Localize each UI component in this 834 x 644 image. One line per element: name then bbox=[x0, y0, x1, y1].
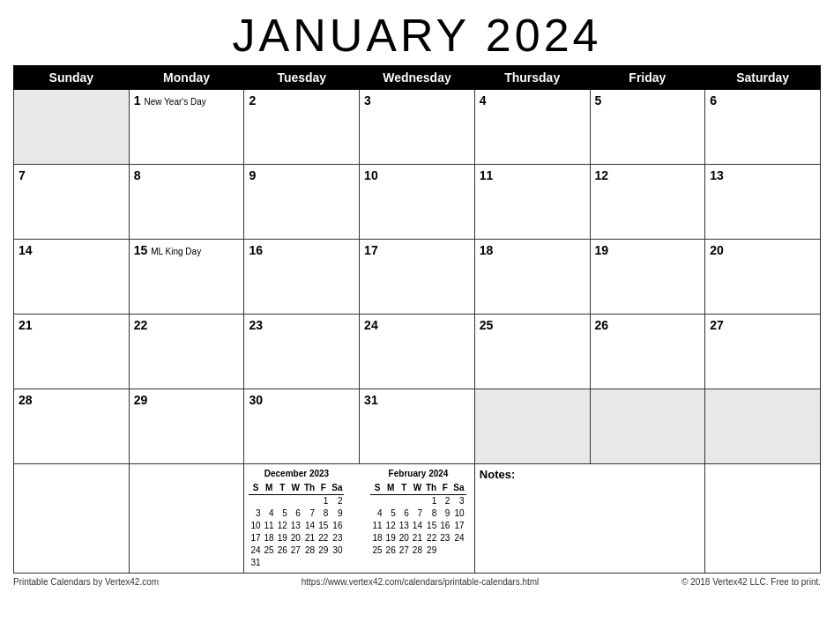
calendar-day-cell: 17 bbox=[360, 240, 475, 315]
bottom-empty-cell bbox=[129, 464, 244, 574]
bottom-sat-cell bbox=[705, 464, 821, 574]
mini-cal-day: 23 bbox=[330, 532, 344, 544]
calendar-day-cell: 9 bbox=[244, 165, 360, 240]
mini-cal-day bbox=[438, 544, 451, 557]
day-number: 17 bbox=[364, 243, 378, 257]
weekday-header: Friday bbox=[590, 66, 705, 90]
mini-cal-day: 18 bbox=[263, 532, 276, 544]
weekday-header: Sunday bbox=[14, 66, 130, 90]
mini-cal-day: 6 bbox=[398, 507, 411, 520]
calendar-day-cell: 12 bbox=[590, 165, 705, 240]
mini-cal-day: 1 bbox=[316, 495, 330, 508]
calendar-week-row: 1415ML King Day1617181920 bbox=[14, 240, 821, 315]
calendar-day-cell: 5 bbox=[590, 90, 705, 165]
mini-cal-day: 24 bbox=[451, 532, 465, 544]
mini-cal-header: T bbox=[276, 482, 289, 495]
day-number: 10 bbox=[364, 168, 378, 182]
mini-cal-day: 13 bbox=[289, 520, 302, 532]
mini-calendars-cell: December 2023SMTWThFSa123456789101112131… bbox=[244, 464, 474, 574]
mini-cal-header: M bbox=[263, 482, 276, 495]
calendar-day-cell: 22 bbox=[129, 315, 244, 389]
weekday-header: Wednesday bbox=[360, 66, 475, 90]
mini-cal-day: 23 bbox=[438, 532, 451, 544]
mini-cal-header: M bbox=[384, 482, 398, 495]
day-number: 11 bbox=[480, 168, 494, 182]
weekday-header-row: SundayMondayTuesdayWednesdayThursdayFrid… bbox=[14, 66, 821, 90]
calendar-day-cell bbox=[705, 389, 821, 464]
mini-cal-day: 14 bbox=[411, 520, 424, 532]
day-number: 14 bbox=[19, 243, 33, 257]
mini-cal-day: 10 bbox=[249, 520, 262, 532]
calendar-day-cell: 24 bbox=[360, 315, 475, 389]
calendar-day-cell: 18 bbox=[474, 240, 590, 315]
mini-cal-day: 29 bbox=[316, 544, 330, 557]
day-number: 15 bbox=[134, 243, 148, 257]
mini-cal-header: Th bbox=[302, 482, 316, 495]
day-number: 5 bbox=[595, 93, 602, 107]
day-number: 12 bbox=[595, 168, 609, 182]
calendar-table: SundayMondayTuesdayWednesdayThursdayFrid… bbox=[13, 65, 821, 574]
calendar-day-cell: 14 bbox=[14, 240, 130, 315]
calendar-day-cell: 3 bbox=[360, 90, 475, 165]
mini-cal-day: 27 bbox=[398, 544, 411, 557]
bottom-empty-cell bbox=[14, 464, 130, 574]
day-number: 2 bbox=[249, 93, 256, 107]
day-number: 23 bbox=[249, 318, 263, 332]
mini-cal-header: Sa bbox=[451, 482, 465, 495]
mini-cal-day: 9 bbox=[330, 507, 344, 520]
mini-cal-day: 12 bbox=[384, 520, 398, 532]
mini-cal-day: 8 bbox=[424, 507, 438, 520]
mini-cal-day bbox=[276, 557, 289, 569]
calendar-day-cell: 13 bbox=[705, 165, 821, 240]
mini-cal-day: 28 bbox=[302, 544, 316, 557]
calendar-day-cell: 10 bbox=[360, 165, 475, 240]
mini-cal-day: 17 bbox=[249, 532, 262, 544]
mini-cal-day: 5 bbox=[276, 507, 289, 520]
day-number: 31 bbox=[364, 393, 378, 407]
mini-cal-day bbox=[289, 557, 302, 569]
day-number: 30 bbox=[249, 393, 263, 407]
mini-cal-day: 25 bbox=[370, 544, 383, 557]
mini-cal-day: 22 bbox=[316, 532, 330, 544]
mini-cal-day: 28 bbox=[411, 544, 424, 557]
mini-cal-day: 10 bbox=[451, 507, 465, 520]
mini-cal-day bbox=[289, 495, 302, 508]
mini-cal-day: 20 bbox=[398, 532, 411, 544]
mini-cal-day bbox=[249, 495, 262, 508]
mini-cal-day: 9 bbox=[438, 507, 451, 520]
notes-label: Notes: bbox=[480, 468, 515, 481]
mini-cal-day: 7 bbox=[411, 507, 424, 520]
mini-cal-title: February 2024 bbox=[370, 468, 465, 480]
mini-cal-day bbox=[411, 495, 424, 508]
calendar-day-cell: 30 bbox=[244, 389, 360, 464]
mini-cal-header: T bbox=[398, 482, 411, 495]
calendar-day-cell: 8 bbox=[129, 165, 244, 240]
mini-cal-day bbox=[302, 557, 316, 569]
day-number: 27 bbox=[710, 318, 724, 332]
mini-cal-day: 18 bbox=[370, 532, 383, 544]
calendar-day-cell: 25 bbox=[474, 315, 590, 389]
day-number: 19 bbox=[595, 243, 609, 257]
mini-cal-header: Th bbox=[424, 482, 438, 495]
mini-cal-day: 15 bbox=[424, 520, 438, 532]
weekday-header: Monday bbox=[129, 66, 244, 90]
weekday-header: Tuesday bbox=[244, 66, 360, 90]
mini-cal-day: 11 bbox=[263, 520, 276, 532]
calendar-day-cell bbox=[474, 389, 590, 464]
mini-cal-day: 2 bbox=[438, 495, 451, 508]
mini-cal-day bbox=[330, 557, 344, 569]
mini-cal-header: S bbox=[249, 482, 262, 495]
mini-calendar: December 2023SMTWThFSa123456789101112131… bbox=[249, 468, 344, 569]
mini-cal-day bbox=[384, 495, 398, 508]
mini-cal-day: 13 bbox=[398, 520, 411, 532]
footer: Printable Calendars by Vertex42.com http… bbox=[13, 577, 821, 587]
mini-cal-day: 5 bbox=[384, 507, 398, 520]
calendar-day-cell: 20 bbox=[705, 240, 821, 315]
mini-cal-day: 21 bbox=[302, 532, 316, 544]
mini-cal-day: 22 bbox=[424, 532, 438, 544]
notes-cell: Notes: bbox=[474, 464, 704, 574]
mini-cal-day: 19 bbox=[276, 532, 289, 544]
footer-right: © 2018 Vertex42 LLC. Free to print. bbox=[681, 577, 821, 587]
mini-cal-day: 3 bbox=[249, 507, 262, 520]
footer-left: Printable Calendars by Vertex42.com bbox=[13, 577, 159, 587]
